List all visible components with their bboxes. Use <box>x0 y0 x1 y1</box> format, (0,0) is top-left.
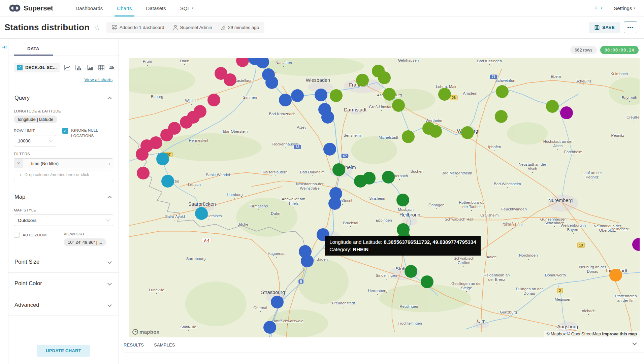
user-icon <box>173 25 178 30</box>
map-point-blue[interactable] <box>321 111 334 124</box>
map-point-blue[interactable] <box>265 76 278 89</box>
map-point-cyan[interactable] <box>156 153 169 165</box>
section-point-color[interactable]: Point Color <box>14 277 113 289</box>
map-point-pink[interactable] <box>160 129 173 141</box>
last-modified[interactable]: 29 minutes ago <box>221 25 259 30</box>
viz-type-selected[interactable]: ✓ DECK.GL SC... <box>14 63 60 72</box>
map-point-green[interactable] <box>461 126 474 139</box>
section-query[interactable]: Query <box>14 92 113 104</box>
bar-chart-icon[interactable] <box>75 65 82 70</box>
map-point-blue[interactable] <box>301 255 314 267</box>
map-point-blue[interactable] <box>328 197 341 210</box>
row-limit-select[interactable]: 10000 <box>14 135 56 146</box>
collapse-results-chevron-icon[interactable] <box>632 342 637 345</box>
tab-results[interactable]: RESULTS <box>124 342 144 348</box>
chart-owner[interactable]: Superset Admin <box>173 25 212 30</box>
ellipsis-icon: ••• <box>627 25 634 30</box>
chevron-down-icon: ▾ <box>192 6 194 10</box>
map-point-blue[interactable] <box>263 321 276 334</box>
map-point-green[interactable] <box>383 88 396 101</box>
map-point-purple[interactable] <box>560 106 573 119</box>
map-point-pink[interactable] <box>224 73 236 86</box>
explore-control-panel: DATA ✓ DECK.GL SC... 4k View all charts <box>8 39 119 364</box>
section-advanced[interactable]: Advanced <box>14 299 113 311</box>
map-point-darkgreen[interactable] <box>363 172 376 185</box>
infinity-logo-icon <box>9 4 21 12</box>
tab-samples[interactable]: SAMPLES <box>154 342 175 348</box>
chevron-up-icon <box>107 97 112 101</box>
big-number-viz-icon[interactable]: 4k <box>109 65 115 70</box>
map-point-green[interactable] <box>392 99 405 112</box>
map-point-pink[interactable] <box>207 94 220 106</box>
mapbox-attribution-link[interactable]: © Mapbox <box>546 332 566 336</box>
dashboard-count[interactable]: Added to 1 dashboard <box>112 25 164 30</box>
chevron-down-icon <box>107 260 112 264</box>
map-point-blue[interactable] <box>315 89 327 101</box>
map-point-darkgreen[interactable] <box>382 171 395 184</box>
map-point-green[interactable] <box>438 88 451 101</box>
map-point-green[interactable] <box>495 110 508 123</box>
view-all-charts-link[interactable]: View all charts <box>14 77 112 82</box>
section-map[interactable]: Map <box>14 191 113 203</box>
map-point-darkgreen[interactable] <box>396 194 409 206</box>
filters-label: FILTERS <box>14 152 113 156</box>
map-point-pink[interactable] <box>180 116 193 129</box>
map-point-darkgreen[interactable] <box>405 265 417 278</box>
top-navbar: Superset Dashboards Charts Datasets SQL▾… <box>0 0 644 16</box>
map-point-green[interactable] <box>496 85 509 98</box>
table-icon[interactable] <box>98 65 104 70</box>
chevron-down-icon <box>106 218 109 221</box>
map-canvas[interactable]: PrümDaunNastättenGelnhausenBad Kissingen… <box>129 58 640 337</box>
save-button[interactable]: SAVE <box>589 22 620 33</box>
favorite-star-icon[interactable]: ☆ <box>94 24 100 32</box>
map-point-blue[interactable] <box>271 296 284 308</box>
map-point-darkgreen[interactable] <box>421 275 433 288</box>
chart-metadata: Added to 1 dashboard Superset Admin 29 m… <box>106 22 264 33</box>
nav-sql[interactable]: SQL▾ <box>173 0 201 16</box>
chevron-right-icon: › <box>108 161 113 166</box>
map-point-cyan[interactable] <box>195 207 208 220</box>
map-point-green[interactable] <box>546 100 559 113</box>
map-point-darkgreen[interactable] <box>332 163 345 176</box>
line-chart-icon[interactable] <box>64 65 71 70</box>
map-point-green[interactable] <box>378 71 391 84</box>
filter-drop-area[interactable]: + Drop columns/metrics here or click <box>16 170 111 179</box>
map-point-blue[interactable] <box>279 94 292 106</box>
filter-pill-time[interactable]: ✕ __time (No filter) › <box>14 159 113 168</box>
superset-logo[interactable]: Superset <box>9 4 53 12</box>
map-tooltip: Longitude and Latitude: 8.30556376651173… <box>325 236 480 256</box>
settings-menu[interactable]: Settings▾ <box>614 5 635 11</box>
osm-attribution-link[interactable]: © OpenStreetMap <box>567 332 601 336</box>
checkbox-checked-icon: ✓ <box>17 65 23 70</box>
ignore-null-control[interactable]: ✓ IGNORE NULL LOCATIONS <box>62 128 106 146</box>
update-chart-button[interactable]: UPDATE CHART <box>37 345 90 357</box>
map-point-pink[interactable] <box>136 148 149 161</box>
nav-datasets[interactable]: Datasets <box>139 0 173 16</box>
map-point-green[interactable] <box>429 125 442 138</box>
map-point-green[interactable] <box>402 130 415 143</box>
map-point-blue[interactable] <box>323 143 336 156</box>
map-style-select[interactable]: Outdoors <box>14 214 113 226</box>
map-point-pink[interactable] <box>137 167 150 179</box>
map-point-blue[interactable] <box>291 89 304 102</box>
remove-filter-icon[interactable]: ✕ <box>14 159 23 168</box>
nav-dashboards[interactable]: Dashboards <box>68 0 110 16</box>
auto-zoom-control[interactable]: AUTO ZOOM <box>14 232 58 246</box>
section-point-size[interactable]: Point Size <box>14 256 113 268</box>
expand-panel-icon[interactable] <box>2 45 7 49</box>
map-point-green[interactable] <box>330 89 343 102</box>
improve-map-link[interactable]: Improve this map <box>602 332 637 336</box>
mapbox-logo[interactable]: mapbox <box>132 329 159 335</box>
lonlat-label: LONGITUDE & LATITUDE <box>14 109 113 113</box>
map-point-cyan[interactable] <box>161 175 174 188</box>
map-style-label: MAP STYLE <box>14 208 113 212</box>
map-point-green[interactable] <box>356 74 369 87</box>
tab-data[interactable]: DATA <box>14 43 53 56</box>
more-options-button[interactable]: ••• <box>624 22 637 33</box>
map-point-orange[interactable] <box>609 269 622 282</box>
lonlat-value-pill[interactable]: longitude | latitude <box>14 115 57 123</box>
new-item-button[interactable]: +▾ <box>594 4 603 12</box>
nav-charts[interactable]: Charts <box>110 0 139 16</box>
viewport-value-pill[interactable]: 10° 24' 49.86" | ... <box>64 238 106 246</box>
area-chart-icon[interactable] <box>87 65 94 70</box>
